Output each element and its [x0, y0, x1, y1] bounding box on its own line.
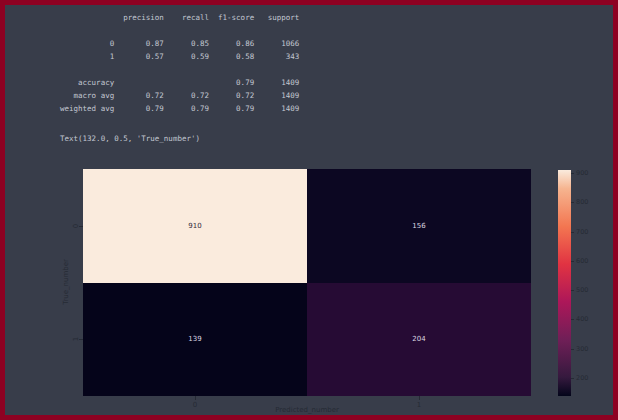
colorbar-tick-mark: [571, 349, 574, 350]
colorbar-tick-label: 700: [576, 228, 588, 236]
cell-annotation: 204: [412, 335, 425, 343]
heatmap-cell-1-0: 139: [83, 283, 307, 397]
confusion-matrix-heatmap: 910156139204: [83, 169, 531, 396]
colorbar-tick-mark: [571, 261, 574, 262]
cell-annotation: 139: [188, 335, 201, 343]
tick-mark: [79, 226, 83, 227]
cell-annotation: 156: [412, 222, 425, 230]
colorbar: [558, 170, 571, 396]
tick-mark: [195, 396, 196, 400]
colorbar-tick-mark: [571, 378, 574, 379]
tick-mark: [419, 396, 420, 400]
colorbar-tick-mark: [571, 232, 574, 233]
colorbar-tick-label: 200: [576, 374, 588, 382]
heatmap-cell-1-1: 204: [307, 283, 531, 397]
notebook-output-pane: precision recall f1-score support 0 0.87…: [0, 0, 618, 420]
y-axis-label: True_number: [62, 259, 70, 305]
x-axis-label: Predicted_number: [275, 406, 339, 414]
colorbar-tick-mark: [571, 319, 574, 320]
colorbar-tick-label: 500: [576, 286, 588, 294]
colorbar-tick-label: 900: [576, 169, 588, 177]
cell-annotation: 910: [188, 222, 201, 230]
colorbar-tick-label: 800: [576, 198, 588, 206]
colorbar-tick-label: 600: [576, 257, 588, 265]
classification-report-text: precision recall f1-score support 0 0.87…: [60, 11, 299, 115]
heatmap-cell-0-1: 156: [307, 169, 531, 283]
matplotlib-text-repr: Text(132.0, 0.5, 'True_number'): [60, 132, 200, 145]
x-tick-label: 1: [417, 401, 421, 409]
tick-mark: [79, 339, 83, 340]
colorbar-tick-mark: [571, 290, 574, 291]
heatmap-cell-0-0: 910: [83, 169, 307, 283]
x-tick-label: 0: [193, 401, 197, 409]
colorbar-tick-mark: [571, 202, 574, 203]
colorbar-tick-label: 300: [576, 345, 588, 353]
colorbar-tick-mark: [571, 173, 574, 174]
colorbar-tick-label: 400: [576, 315, 588, 323]
